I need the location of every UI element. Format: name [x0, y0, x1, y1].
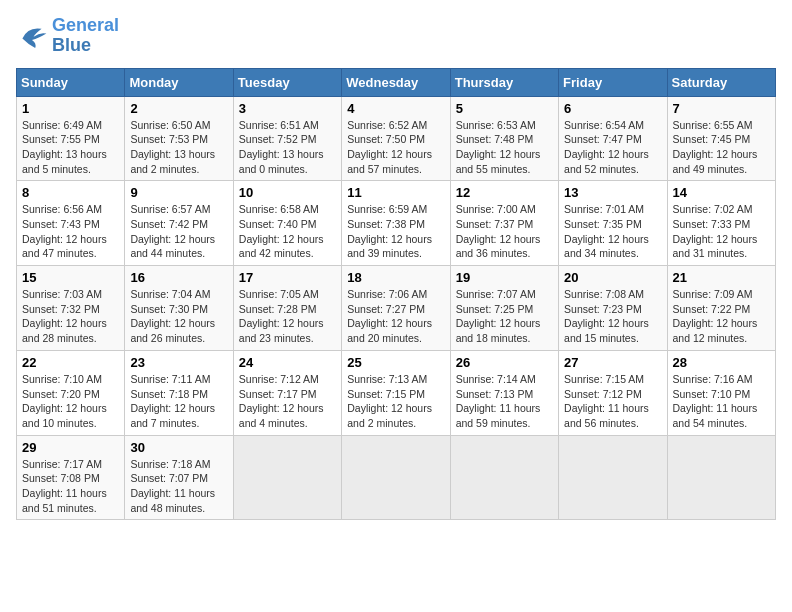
column-header-friday: Friday	[559, 68, 667, 96]
day-number: 3	[239, 101, 336, 116]
calendar-cell: 8 Sunrise: 6:56 AM Sunset: 7:43 PM Dayli…	[17, 181, 125, 266]
day-info: Sunrise: 7:04 AM Sunset: 7:30 PM Dayligh…	[130, 287, 227, 346]
day-info: Sunrise: 7:14 AM Sunset: 7:13 PM Dayligh…	[456, 372, 553, 431]
day-number: 4	[347, 101, 444, 116]
day-info: Sunrise: 6:53 AM Sunset: 7:48 PM Dayligh…	[456, 118, 553, 177]
day-number: 22	[22, 355, 119, 370]
calendar-cell: 19 Sunrise: 7:07 AM Sunset: 7:25 PM Dayl…	[450, 266, 558, 351]
day-number: 27	[564, 355, 661, 370]
day-number: 2	[130, 101, 227, 116]
calendar-cell: 15 Sunrise: 7:03 AM Sunset: 7:32 PM Dayl…	[17, 266, 125, 351]
day-number: 19	[456, 270, 553, 285]
day-number: 16	[130, 270, 227, 285]
day-number: 26	[456, 355, 553, 370]
day-number: 12	[456, 185, 553, 200]
day-number: 17	[239, 270, 336, 285]
day-number: 10	[239, 185, 336, 200]
day-info: Sunrise: 7:15 AM Sunset: 7:12 PM Dayligh…	[564, 372, 661, 431]
day-number: 29	[22, 440, 119, 455]
calendar-cell: 5 Sunrise: 6:53 AM Sunset: 7:48 PM Dayli…	[450, 96, 558, 181]
calendar-cell: 2 Sunrise: 6:50 AM Sunset: 7:53 PM Dayli…	[125, 96, 233, 181]
calendar-cell: 7 Sunrise: 6:55 AM Sunset: 7:45 PM Dayli…	[667, 96, 775, 181]
day-info: Sunrise: 7:05 AM Sunset: 7:28 PM Dayligh…	[239, 287, 336, 346]
calendar-cell	[559, 435, 667, 520]
day-number: 18	[347, 270, 444, 285]
calendar-cell: 12 Sunrise: 7:00 AM Sunset: 7:37 PM Dayl…	[450, 181, 558, 266]
day-info: Sunrise: 6:50 AM Sunset: 7:53 PM Dayligh…	[130, 118, 227, 177]
calendar-cell: 27 Sunrise: 7:15 AM Sunset: 7:12 PM Dayl…	[559, 350, 667, 435]
calendar-cell	[233, 435, 341, 520]
column-header-saturday: Saturday	[667, 68, 775, 96]
calendar-cell: 26 Sunrise: 7:14 AM Sunset: 7:13 PM Dayl…	[450, 350, 558, 435]
calendar-cell: 11 Sunrise: 6:59 AM Sunset: 7:38 PM Dayl…	[342, 181, 450, 266]
column-header-tuesday: Tuesday	[233, 68, 341, 96]
day-info: Sunrise: 7:17 AM Sunset: 7:08 PM Dayligh…	[22, 457, 119, 516]
calendar-cell: 28 Sunrise: 7:16 AM Sunset: 7:10 PM Dayl…	[667, 350, 775, 435]
day-number: 5	[456, 101, 553, 116]
calendar-cell: 16 Sunrise: 7:04 AM Sunset: 7:30 PM Dayl…	[125, 266, 233, 351]
day-number: 24	[239, 355, 336, 370]
day-number: 13	[564, 185, 661, 200]
day-number: 30	[130, 440, 227, 455]
calendar-week-row: 22 Sunrise: 7:10 AM Sunset: 7:20 PM Dayl…	[17, 350, 776, 435]
logo-text: General Blue	[52, 16, 119, 56]
calendar-cell: 9 Sunrise: 6:57 AM Sunset: 7:42 PM Dayli…	[125, 181, 233, 266]
day-info: Sunrise: 6:51 AM Sunset: 7:52 PM Dayligh…	[239, 118, 336, 177]
calendar-cell: 30 Sunrise: 7:18 AM Sunset: 7:07 PM Dayl…	[125, 435, 233, 520]
day-number: 7	[673, 101, 770, 116]
logo-bird-icon	[16, 22, 48, 50]
calendar-cell	[450, 435, 558, 520]
day-info: Sunrise: 7:07 AM Sunset: 7:25 PM Dayligh…	[456, 287, 553, 346]
calendar-week-row: 1 Sunrise: 6:49 AM Sunset: 7:55 PM Dayli…	[17, 96, 776, 181]
day-info: Sunrise: 6:52 AM Sunset: 7:50 PM Dayligh…	[347, 118, 444, 177]
day-number: 14	[673, 185, 770, 200]
day-info: Sunrise: 7:18 AM Sunset: 7:07 PM Dayligh…	[130, 457, 227, 516]
day-number: 28	[673, 355, 770, 370]
column-header-thursday: Thursday	[450, 68, 558, 96]
day-info: Sunrise: 7:11 AM Sunset: 7:18 PM Dayligh…	[130, 372, 227, 431]
day-info: Sunrise: 7:01 AM Sunset: 7:35 PM Dayligh…	[564, 202, 661, 261]
day-info: Sunrise: 7:13 AM Sunset: 7:15 PM Dayligh…	[347, 372, 444, 431]
calendar-cell: 24 Sunrise: 7:12 AM Sunset: 7:17 PM Dayl…	[233, 350, 341, 435]
day-info: Sunrise: 7:08 AM Sunset: 7:23 PM Dayligh…	[564, 287, 661, 346]
day-info: Sunrise: 6:56 AM Sunset: 7:43 PM Dayligh…	[22, 202, 119, 261]
calendar-week-row: 29 Sunrise: 7:17 AM Sunset: 7:08 PM Dayl…	[17, 435, 776, 520]
day-info: Sunrise: 6:58 AM Sunset: 7:40 PM Dayligh…	[239, 202, 336, 261]
calendar-cell	[667, 435, 775, 520]
calendar-cell: 20 Sunrise: 7:08 AM Sunset: 7:23 PM Dayl…	[559, 266, 667, 351]
day-number: 25	[347, 355, 444, 370]
calendar-cell: 18 Sunrise: 7:06 AM Sunset: 7:27 PM Dayl…	[342, 266, 450, 351]
calendar-cell: 13 Sunrise: 7:01 AM Sunset: 7:35 PM Dayl…	[559, 181, 667, 266]
day-info: Sunrise: 6:55 AM Sunset: 7:45 PM Dayligh…	[673, 118, 770, 177]
calendar-cell: 21 Sunrise: 7:09 AM Sunset: 7:22 PM Dayl…	[667, 266, 775, 351]
calendar-week-row: 8 Sunrise: 6:56 AM Sunset: 7:43 PM Dayli…	[17, 181, 776, 266]
day-info: Sunrise: 7:06 AM Sunset: 7:27 PM Dayligh…	[347, 287, 444, 346]
day-info: Sunrise: 7:00 AM Sunset: 7:37 PM Dayligh…	[456, 202, 553, 261]
calendar-cell: 14 Sunrise: 7:02 AM Sunset: 7:33 PM Dayl…	[667, 181, 775, 266]
calendar-header-row: SundayMondayTuesdayWednesdayThursdayFrid…	[17, 68, 776, 96]
calendar-cell: 25 Sunrise: 7:13 AM Sunset: 7:15 PM Dayl…	[342, 350, 450, 435]
day-number: 1	[22, 101, 119, 116]
calendar-cell: 22 Sunrise: 7:10 AM Sunset: 7:20 PM Dayl…	[17, 350, 125, 435]
day-number: 15	[22, 270, 119, 285]
day-info: Sunrise: 7:09 AM Sunset: 7:22 PM Dayligh…	[673, 287, 770, 346]
page-header: General Blue	[16, 16, 776, 56]
day-number: 11	[347, 185, 444, 200]
calendar-cell: 17 Sunrise: 7:05 AM Sunset: 7:28 PM Dayl…	[233, 266, 341, 351]
calendar-table: SundayMondayTuesdayWednesdayThursdayFrid…	[16, 68, 776, 521]
day-info: Sunrise: 7:16 AM Sunset: 7:10 PM Dayligh…	[673, 372, 770, 431]
column-header-monday: Monday	[125, 68, 233, 96]
calendar-cell: 23 Sunrise: 7:11 AM Sunset: 7:18 PM Dayl…	[125, 350, 233, 435]
day-number: 23	[130, 355, 227, 370]
column-header-wednesday: Wednesday	[342, 68, 450, 96]
calendar-cell: 3 Sunrise: 6:51 AM Sunset: 7:52 PM Dayli…	[233, 96, 341, 181]
column-header-sunday: Sunday	[17, 68, 125, 96]
calendar-cell: 1 Sunrise: 6:49 AM Sunset: 7:55 PM Dayli…	[17, 96, 125, 181]
calendar-cell: 10 Sunrise: 6:58 AM Sunset: 7:40 PM Dayl…	[233, 181, 341, 266]
day-number: 8	[22, 185, 119, 200]
calendar-cell: 4 Sunrise: 6:52 AM Sunset: 7:50 PM Dayli…	[342, 96, 450, 181]
calendar-week-row: 15 Sunrise: 7:03 AM Sunset: 7:32 PM Dayl…	[17, 266, 776, 351]
day-info: Sunrise: 7:02 AM Sunset: 7:33 PM Dayligh…	[673, 202, 770, 261]
day-info: Sunrise: 7:10 AM Sunset: 7:20 PM Dayligh…	[22, 372, 119, 431]
day-info: Sunrise: 6:54 AM Sunset: 7:47 PM Dayligh…	[564, 118, 661, 177]
